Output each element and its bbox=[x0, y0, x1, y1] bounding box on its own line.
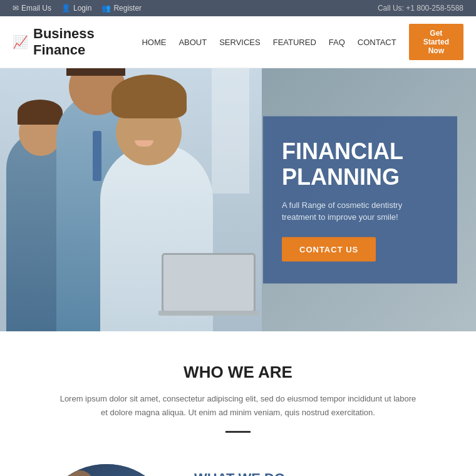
nav-home[interactable]: HOME bbox=[142, 38, 166, 47]
nav-links: HOME ABOUT SERVICES FEATURED FAQ CONTACT… bbox=[142, 24, 463, 60]
navbar: 📈 Business Finance HOME ABOUT SERVICES F… bbox=[0, 16, 476, 68]
email-icon: ✉ bbox=[13, 4, 19, 13]
nav-contact[interactable]: CONTACT bbox=[358, 38, 396, 47]
what-image bbox=[38, 464, 175, 476]
login-link[interactable]: 👤 Login bbox=[61, 4, 91, 13]
what-we-do-section: WHAT WE DO bbox=[0, 452, 476, 476]
nav-services[interactable]: SERVICES bbox=[219, 38, 261, 47]
hero-title: FINANCIAL PLANNING bbox=[282, 138, 438, 190]
user-icon: 👤 bbox=[61, 4, 71, 13]
register-icon: 👥 bbox=[101, 4, 111, 13]
who-we-are-section: WHO WE ARE Lorem ipsum dolor sit amet, c… bbox=[0, 331, 476, 452]
who-description: Lorem ipsum dolor sit amet, consectetur … bbox=[56, 392, 420, 420]
hero-subtitle: A full Range of cosmetic dentistry treat… bbox=[282, 199, 438, 223]
logo-text: Business Finance bbox=[33, 26, 142, 58]
hero-background: FINANCIAL PLANNING A full Range of cosme… bbox=[0, 68, 476, 331]
nav-featured[interactable]: FEATURED bbox=[273, 38, 316, 47]
phone-number: Call Us: +1 800-258-5588 bbox=[378, 4, 463, 13]
logo-icon: 📈 bbox=[13, 34, 28, 49]
who-title: WHO WE ARE bbox=[38, 363, 438, 382]
email-link[interactable]: ✉ Email Us bbox=[13, 4, 51, 13]
get-started-button[interactable]: Get Started Now bbox=[409, 24, 463, 60]
section-divider bbox=[225, 431, 251, 433]
nav-faq[interactable]: FAQ bbox=[329, 38, 345, 47]
hero-overlay: FINANCIAL PLANNING A full Range of cosme… bbox=[263, 116, 457, 284]
register-link[interactable]: 👥 Register bbox=[101, 4, 142, 13]
nav-about[interactable]: ABOUT bbox=[178, 38, 207, 47]
hero-cta-button[interactable]: CONTACT US bbox=[282, 237, 376, 261]
top-bar: ✉ Email Us 👤 Login 👥 Register Call Us: +… bbox=[0, 0, 476, 16]
what-content: WHAT WE DO bbox=[194, 464, 285, 476]
what-title: WHAT WE DO bbox=[194, 470, 285, 476]
logo[interactable]: 📈 Business Finance bbox=[13, 26, 142, 58]
hero-section: FINANCIAL PLANNING A full Range of cosme… bbox=[0, 68, 476, 331]
hero-image bbox=[0, 68, 262, 331]
top-bar-left: ✉ Email Us 👤 Login 👥 Register bbox=[13, 4, 142, 13]
